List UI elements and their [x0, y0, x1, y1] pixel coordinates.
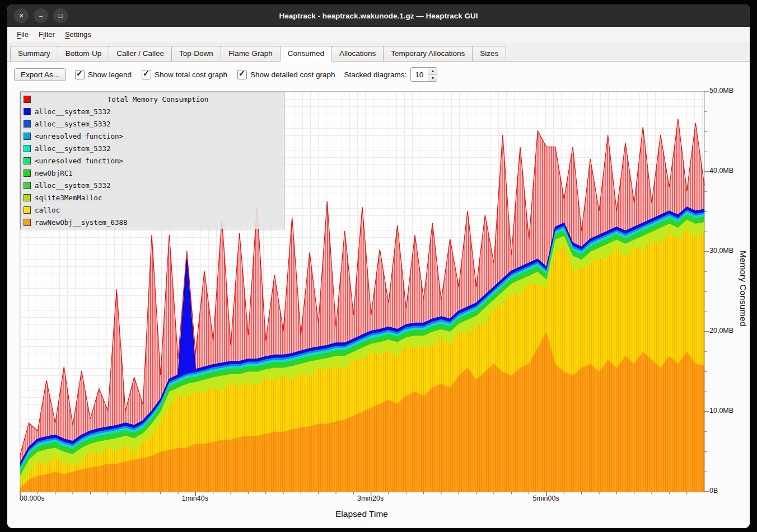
menu-bar: FileFilterSettings [7, 27, 750, 42]
tab-summary[interactable]: Summary [10, 46, 58, 62]
tab-bar: SummaryBottom-UpCaller / CalleeTop-DownF… [7, 42, 750, 62]
legend-entry-label: alloc__system_5332 [35, 144, 110, 153]
spinner-buttons: ▲ ▼ [428, 68, 437, 81]
legend-entry: alloc__system_5332 [21, 179, 284, 191]
legend-entry: newObjRC1 [21, 167, 284, 179]
chart-legend: Total Memory Consumptionalloc__system_53… [20, 92, 284, 229]
legend-title: Total Memory Consumption [35, 95, 281, 103]
checkbox-box[interactable]: ✓ [75, 70, 85, 79]
legend-entry-label: calloc [35, 206, 60, 214]
x-tick-label: 5min00s [532, 495, 559, 502]
legend-swatch [24, 194, 31, 201]
legend-entry: alloc__system_5332 [21, 142, 284, 154]
close-icon: ✕ [18, 12, 24, 20]
memory-consumption-chart[interactable]: Total Memory Consumptionalloc__system_53… [20, 91, 705, 492]
legend-swatch [24, 145, 31, 152]
stacked-diagrams-value: 10 [411, 68, 428, 81]
checkbox-box[interactable]: ✓ [142, 70, 151, 79]
legend-entry: sqlite3MemMalloc [21, 191, 284, 204]
stacked-diagrams-spinbox[interactable]: 10 ▲ ▼ [410, 67, 437, 82]
legend-swatch [24, 219, 31, 226]
stacked-diagrams-control: Stacked diagrams: 10 ▲ ▼ [344, 67, 438, 82]
app-window: ✕ – □ Heaptrack - heaptrack.wakunode.1.g… [7, 4, 750, 528]
checkbox-label: Show detailed cost graph [250, 70, 335, 79]
y-tick-label: 50,0MB [709, 87, 733, 95]
y-tick-label: 0B [709, 487, 718, 495]
tab-consumed[interactable]: Consumed [280, 46, 332, 62]
export-as-button[interactable]: Export As... [14, 68, 66, 81]
legend-swatch-total [24, 96, 31, 103]
checkbox-show-detailed-cost-graph[interactable]: ✓Show detailed cost graph [237, 70, 335, 79]
y-tick-label: 40,0MB [709, 167, 733, 175]
titlebar: ✕ – □ Heaptrack - heaptrack.wakunode.1.g… [7, 4, 750, 27]
menu-filter[interactable]: Filter [34, 28, 60, 41]
legend-entry: <unresolved function> [21, 130, 284, 142]
tab-allocations[interactable]: Allocations [331, 46, 384, 62]
legend-entry: calloc [21, 204, 284, 216]
window-controls: ✕ – □ [14, 8, 68, 23]
legend-swatch [24, 120, 31, 128]
legend-entry-label: alloc__system_5332 [35, 181, 110, 190]
minimize-button[interactable]: – [34, 8, 48, 23]
y-tick-label: 30,0MB [709, 247, 733, 255]
checkbox-show-legend[interactable]: ✓Show legend [75, 70, 132, 79]
legend-entry: alloc__system_5332 [21, 105, 284, 117]
legend-entry: alloc__system_5332 [21, 117, 284, 130]
legend-swatch [24, 182, 31, 189]
checkbox-label: Show legend [88, 70, 132, 79]
legend-swatch [24, 157, 31, 164]
x-tick-label: 1min40s [182, 495, 208, 502]
legend-entry-label: newObjRC1 [35, 169, 73, 177]
tab-sizes[interactable]: Sizes [472, 46, 506, 62]
legend-entry-label: <unresolved function> [35, 132, 123, 140]
legend-title-row: Total Memory Consumption [21, 93, 284, 105]
check-icon: ✓ [239, 69, 245, 78]
tab-bottom-up[interactable]: Bottom-Up [58, 46, 110, 62]
y-axis-title: Memory Consumed [738, 251, 748, 326]
legend-entry: <unresolved function> [21, 154, 284, 167]
checkbox-show-total-cost-graph[interactable]: ✓Show total cost graph [142, 70, 227, 79]
legend-swatch [24, 108, 31, 115]
maximize-button[interactable]: □ [53, 8, 68, 23]
legend-entry-label: alloc__system_5332 [35, 107, 110, 116]
tab-temporary-allocations[interactable]: Temporary Allocations [383, 46, 473, 62]
spin-down-button[interactable]: ▼ [428, 75, 437, 82]
y-tick-label: 20,0MB [709, 327, 733, 335]
x-tick-label: 00.000s [20, 495, 44, 502]
maximize-icon: □ [59, 12, 63, 19]
x-axis-title: Elapsed Time [20, 509, 704, 519]
legend-entry-label: alloc__system_5332 [35, 120, 110, 128]
tab-caller-callee[interactable]: Caller / Callee [109, 46, 172, 62]
check-icon: ✓ [76, 69, 83, 78]
x-tick-label: 3min20s [357, 495, 384, 502]
checkbox-box[interactable]: ✓ [237, 70, 247, 79]
tab-flame-graph[interactable]: Flame Graph [221, 46, 281, 62]
legend-entry-label: <unresolved function> [35, 157, 123, 165]
legend-swatch [24, 170, 31, 177]
legend-swatch [24, 133, 31, 140]
y-tick-label: 10,0MB [709, 407, 733, 415]
checkbox-group: ✓Show legend✓Show total cost graph✓Show … [75, 70, 335, 79]
tab-top-down[interactable]: Top-Down [171, 46, 221, 62]
close-button[interactable]: ✕ [14, 8, 29, 23]
legend-swatch [24, 206, 31, 214]
toolbar: Export As... ✓Show legend✓Show total cos… [7, 62, 750, 86]
minimize-icon: – [39, 12, 43, 19]
menu-file[interactable]: File [12, 28, 34, 41]
checkbox-label: Show total cost graph [155, 70, 227, 79]
stacked-diagrams-label: Stacked diagrams: [344, 70, 407, 79]
spin-up-button[interactable]: ▲ [428, 68, 437, 75]
legend-entry-label: sqlite3MemMalloc [35, 194, 102, 202]
chart-area: Total Memory Consumptionalloc__system_53… [7, 86, 750, 528]
window-title: Heaptrack - heaptrack.wakunode.1.gz — He… [7, 4, 750, 27]
menu-settings[interactable]: Settings [60, 28, 96, 41]
legend-entry-label: rawNewObj__system_6388 [35, 218, 128, 227]
check-icon: ✓ [143, 69, 149, 78]
legend-entry: rawNewObj__system_6388 [21, 216, 284, 228]
